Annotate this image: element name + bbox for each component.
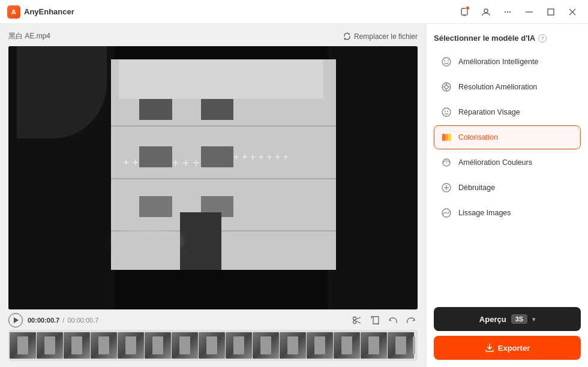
model-item-lissage-images[interactable]: Lissage Images <box>434 201 581 225</box>
resolution-icon <box>440 81 452 93</box>
logo-icon: A <box>7 5 20 19</box>
svg-point-15 <box>442 58 451 66</box>
thumb-9 <box>226 332 252 359</box>
video-panel: 黑白 AE.mp4 Remplacer le fichier <box>0 24 426 367</box>
svg-point-25 <box>445 111 446 112</box>
menu-button[interactable] <box>499 4 516 20</box>
svg-point-4 <box>509 11 511 12</box>
model-label-lissage-images: Lissage Images <box>458 209 511 217</box>
thumb-14 <box>361 332 387 359</box>
preview-button[interactable]: Aperçu 3S ▾ <box>434 307 581 331</box>
menu-icon <box>503 7 512 17</box>
maximize-icon <box>547 8 554 16</box>
model-label-amelioration-couleurs: Amélioration Couleurs <box>458 158 532 167</box>
app-name: AnyEnhancer <box>24 7 74 16</box>
thumb-12 <box>307 332 333 359</box>
denoise-icon <box>440 182 452 194</box>
thumb-7 <box>172 332 198 359</box>
play-button[interactable] <box>8 313 23 327</box>
preview-label: Aperçu <box>479 315 506 324</box>
timeline[interactable] <box>8 330 418 361</box>
notification-button[interactable] <box>456 4 473 20</box>
bottom-buttons: Aperçu 3S ▾ Exporter <box>434 307 581 360</box>
total-time: 00:00:00.7 <box>67 317 98 324</box>
svg-marker-10 <box>344 38 345 40</box>
svg-point-26 <box>447 111 448 112</box>
svg-point-2 <box>505 11 506 12</box>
smooth-icon <box>440 207 452 219</box>
undo-button[interactable] <box>386 314 400 327</box>
svg-point-12 <box>353 321 356 324</box>
section-title-text: Sélectionner le modèle d'IA <box>434 34 535 43</box>
svg-rect-6 <box>548 9 554 15</box>
notification-dot <box>466 6 470 10</box>
model-item-resolution[interactable]: Résolution Amélioration <box>434 75 581 99</box>
video-header: 黑白 AE.mp4 Remplacer le fichier <box>8 31 418 41</box>
export-icon <box>485 343 494 353</box>
account-button[interactable] <box>478 4 494 20</box>
face-icon <box>440 106 452 118</box>
colors-icon <box>440 157 452 169</box>
thumb-3 <box>64 332 90 359</box>
maximize-button[interactable] <box>542 4 559 20</box>
smart-icon <box>440 56 452 68</box>
video-container: + + + + + + + + + + + + <box>8 46 418 309</box>
svg-line-14 <box>356 321 361 324</box>
crop-button[interactable] <box>368 314 382 327</box>
title-bar: A AnyEnhancer <box>0 0 588 24</box>
close-icon <box>569 8 576 16</box>
thumb-10 <box>253 332 279 359</box>
svg-line-13 <box>356 317 361 320</box>
model-list: Amélioration Intelligente Résolution Amé… <box>434 50 581 301</box>
colorisation-icon <box>440 131 452 143</box>
model-label-resolution: Résolution Amélioration <box>458 83 537 91</box>
thumb-13 <box>334 332 360 359</box>
model-label-colorisation: Colorisation <box>458 133 498 142</box>
account-icon <box>481 7 491 17</box>
file-name: 黑白 AE.mp4 <box>8 31 50 41</box>
close-button[interactable] <box>564 4 581 20</box>
undo-icon <box>388 315 398 325</box>
minimize-button[interactable] <box>521 4 538 20</box>
thumb-15 <box>388 332 414 359</box>
thumb-1 <box>10 332 36 359</box>
replace-file-button[interactable]: Remplacer le fichier <box>343 32 418 41</box>
model-label-reparation-visage: Réparation Visage <box>458 108 520 116</box>
thumb-11 <box>280 332 306 359</box>
main-content: 黑白 AE.mp4 Remplacer le fichier <box>0 24 588 367</box>
timeline-scrollbar[interactable] <box>413 336 415 354</box>
export-button[interactable]: Exporter <box>434 336 581 360</box>
svg-point-16 <box>444 60 445 61</box>
timeline-thumbnails <box>10 332 416 359</box>
thumb-8 <box>199 332 225 359</box>
model-label-amelioration-intelligente: Amélioration Intelligente <box>458 58 538 66</box>
svg-point-3 <box>507 11 508 12</box>
svg-point-11 <box>353 317 356 320</box>
svg-point-19 <box>445 85 448 89</box>
right-panel: Sélectionner le modèle d'IA ? Améliorati… <box>426 24 588 367</box>
scissors-button[interactable] <box>350 314 364 327</box>
thumb-6 <box>145 332 171 359</box>
model-item-amelioration-couleurs[interactable]: Amélioration Couleurs <box>434 151 581 175</box>
model-item-colorisation[interactable]: Colorisation <box>434 125 581 149</box>
svg-point-24 <box>442 108 451 116</box>
help-icon[interactable]: ? <box>538 34 547 43</box>
redo-button[interactable] <box>404 314 418 327</box>
svg-marker-9 <box>349 33 350 35</box>
svg-point-17 <box>448 60 449 61</box>
svg-point-31 <box>445 161 448 164</box>
chevron-down-icon: ▾ <box>532 316 535 323</box>
model-item-reparation-visage[interactable]: Réparation Visage <box>434 100 581 124</box>
preview-time-badge: 3S <box>511 314 527 324</box>
redo-icon <box>406 315 416 325</box>
svg-rect-29 <box>448 134 451 141</box>
model-item-debruitage[interactable]: Débruitage <box>434 176 581 200</box>
model-item-amelioration-intelligente[interactable]: Amélioration Intelligente <box>434 50 581 74</box>
thumb-5 <box>118 332 144 359</box>
crop-icon <box>370 315 380 325</box>
window-controls <box>456 4 581 20</box>
svg-rect-28 <box>445 134 448 141</box>
app-logo: A AnyEnhancer <box>7 5 74 19</box>
time-display: 00:00:00.7 / 00:00:00.7 <box>28 317 98 324</box>
section-title: Sélectionner le modèle d'IA ? <box>434 34 581 43</box>
